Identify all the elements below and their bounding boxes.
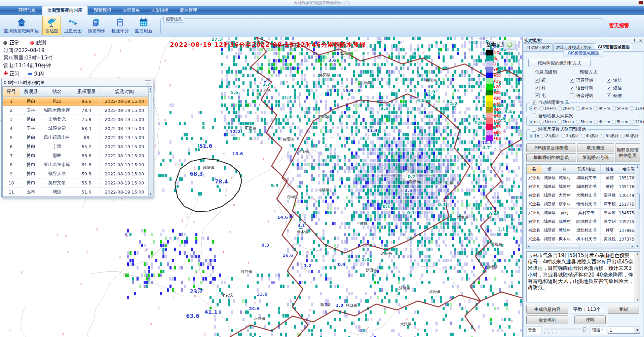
table-row[interactable]: 兴业县城隍镇大西村大西村支书梁泽建130149571 (527, 191, 635, 200)
scroll-up-icon[interactable]: ▲ (637, 165, 638, 169)
checkbox-voice-屯[interactable] (570, 93, 574, 98)
toolbar-button-监测预警靶向叫应[interactable]: 监测预警靶向叫应 (1, 16, 42, 35)
table-row[interactable]: 兴业县城隍镇塘肚村塘肚村支书钟塔137885534 (527, 226, 635, 235)
call-button[interactable]: 呼叫 (574, 315, 606, 324)
speed-select[interactable]: 1 ▼ (608, 327, 640, 334)
rain-col-header[interactable]: 累积雨量 (72, 87, 101, 96)
scroll-left-icon[interactable]: ◀ (527, 245, 530, 248)
radio-rain-2h+m[interactable]: 2h+m (556, 106, 574, 111)
table-row[interactable]: 兴业县城隍镇陈塘村陈塘村支书莫文绍139775796 (527, 217, 635, 226)
table-row[interactable]: 兴业县城隍镇镇南村镇南村支书谭于模151775946 (527, 200, 635, 209)
table-row[interactable]: 7博白那林63.62022-08-19 15:00 (3, 151, 148, 160)
zoom-in-icon[interactable]: + (506, 41, 513, 48)
table-row[interactable]: 兴业县城隍镇枫木村枫木村支书吴以悦137375511 (527, 235, 635, 244)
contact-col-header[interactable]: 姓名 (601, 165, 619, 173)
contact-table-vscrollbar[interactable]: ▲ ▼ (635, 165, 640, 249)
checkbox-sms-镇[interactable] (607, 78, 611, 83)
table-row[interactable]: 4玉林城隍金党68.32022-08-19 15:00 (3, 124, 148, 133)
table-row[interactable]: 兴业县城隍镇莫村莫村支书覃金乾134575405 (527, 209, 635, 217)
radio-forecast-5h累计[interactable]: 5h累计 (599, 133, 619, 139)
contact-col-header[interactable]: 电话号码 (619, 165, 635, 173)
scroll-down-icon[interactable]: ▼ (637, 244, 638, 249)
checkbox-村[interactable] (535, 86, 540, 90)
radio-rain-3h+m[interactable]: 3h+m (574, 106, 592, 111)
contact-col-header[interactable]: 村 (557, 165, 572, 173)
gis-circle-button[interactable]: GIS预警区域圈选 (526, 143, 576, 152)
rain-col-header[interactable]: 序号 (3, 87, 20, 96)
extract-call-informers-button[interactable]: 提取呼叫的信息员 (526, 153, 576, 162)
toolbar-button-卫星云图[interactable]: 卫星云图 (62, 16, 84, 35)
radio-rain-m[interactable]: m (527, 106, 538, 111)
scroll-down-icon[interactable]: ▼ (637, 297, 638, 302)
menu-tab-监测预警靶向叫应[interactable]: 监测预警靶向叫应 (42, 6, 88, 15)
scroll-up-icon[interactable]: ▲ (150, 87, 151, 91)
close-icon[interactable]: ✕ (639, 38, 642, 43)
radio-wind-1h+m[interactable]: 1h+m (538, 120, 556, 124)
message-vscrollbar[interactable]: ▲ ▼ (635, 252, 640, 302)
pin-icon[interactable] (633, 39, 637, 43)
rain-col-header[interactable]: 站名 (42, 87, 72, 96)
table-row[interactable]: 3博白文地姜充75.82022-08-19 15:00 (3, 115, 148, 124)
table-row[interactable]: 10博白英桥文黎55.52022-08-19 15:00 (3, 178, 148, 187)
scroll-right-icon[interactable]: ▶ (631, 245, 635, 248)
checkbox-sms-屯[interactable] (607, 93, 611, 98)
menu-tab-环境气象[interactable]: 环境气象 (13, 6, 41, 15)
rain-table-vscrollbar[interactable]: ▲ ▼ (148, 87, 152, 197)
table-row[interactable]: 11玉林城隍51.62022-08-19 15:00 (3, 187, 148, 197)
radio-wind-2h+m[interactable]: 2h+m (556, 120, 574, 124)
radio-rain-1h+m[interactable]: 1h+m (538, 106, 556, 111)
scroll-down-icon[interactable]: ▼ (150, 192, 151, 197)
radio-forecast-4h累计[interactable]: 4h累计 (579, 133, 599, 139)
contact-col-header[interactable]: 职务/地址 (572, 165, 601, 173)
rain-col-header[interactable]: 观测时间 (101, 87, 148, 96)
radio-wind-12h+m[interactable]: 12h+m (628, 120, 644, 124)
contact-col-header[interactable]: 镇 (542, 165, 557, 173)
table-row[interactable]: 兴业县城隍镇城隍村城隍村支书黄铸135176975 (527, 182, 635, 191)
slider-thumb[interactable] (583, 327, 586, 332)
checkbox-voice-镇[interactable] (570, 78, 574, 83)
menu-tab-预警预报[interactable]: 预警预报 (89, 6, 116, 15)
radio-wind-4h+m[interactable]: 4h+m (592, 120, 610, 124)
volume-slider[interactable] (544, 327, 589, 334)
scroll-thumb[interactable] (556, 245, 579, 248)
copy-call-numbers-button[interactable]: 复制呼叫号码 (577, 153, 614, 162)
voice-preview-button[interactable]: 语音试听 (526, 315, 568, 324)
toolbar-button-检验评分[interactable]: 检验评分 (109, 16, 131, 35)
panel-tab-自动站+雷达[interactable]: 自动站+雷达 (524, 43, 553, 51)
radio-forecast-2h累计[interactable]: 2h累计 (539, 133, 559, 139)
table-row[interactable]: 9博白顿谷大塘59.32022-08-19 15:00 (3, 169, 148, 178)
table-row[interactable]: 1博白凤山86.62022-08-19 15:00 (3, 97, 148, 106)
radio-rain-12h+m[interactable]: 12h+m (628, 106, 644, 111)
radio-rain-4h+m[interactable]: 4h+m (592, 106, 610, 111)
radio-forecast-1h[interactable]: 1h (527, 134, 539, 138)
rain-col-header[interactable]: 所属县 (20, 87, 42, 96)
radio-wind-5h+m[interactable]: 5h+m (610, 120, 628, 124)
contact-table-hscrollbar[interactable]: ◀ ▶ (527, 244, 635, 249)
toolbar-button-雷达图[interactable]: 雷达图 (42, 16, 61, 35)
toolbar-button-监控刷新[interactable]: 监控刷新 (132, 16, 155, 35)
table-row[interactable]: 8博白亚山温罗水库61.62022-08-19 15:00 (3, 160, 148, 169)
menu-tab-决策服务[interactable]: 决策服务 (117, 6, 145, 15)
convective-forecast-checkbox[interactable] (532, 127, 536, 132)
radio-forecast-6h累计[interactable]: 6h累计 (619, 133, 639, 139)
checkbox-voice-村[interactable] (570, 86, 574, 90)
corner-red-indicator[interactable] (639, 1, 643, 4)
auto-rain-checkbox[interactable] (532, 100, 536, 105)
table-row[interactable]: 兴业县城隍镇城隍村城隍村支书黄铸135176975 (527, 174, 635, 182)
scroll-thumb[interactable] (636, 194, 640, 209)
rain-table-window[interactable]: 03时~15时累积雨量 ✕ 序号所属县站名累积雨量观测时间1博白凤山86.620… (1, 78, 153, 198)
copy-message-button[interactable]: 复制 (608, 305, 639, 314)
checkbox-镇[interactable] (535, 78, 540, 83)
auto-wind-checkbox[interactable] (532, 114, 536, 118)
radio-rain-5h+m[interactable]: 5h+m (610, 106, 628, 111)
generate-message-button[interactable]: 生成信息内容 (526, 305, 568, 314)
rain-table-titlebar[interactable]: 03时~15时累积雨量 ✕ (2, 79, 152, 86)
checkbox-屯[interactable] (535, 93, 540, 98)
table-row[interactable]: 2玉林城隍大西水库78.42022-08-19 15:00 (3, 106, 148, 115)
radio-forecast-3h累计[interactable]: 3h累计 (559, 133, 579, 139)
radar-map[interactable]: 2022-08-19 12时36分至2022-08-19 12时46分累积降水预… (0, 37, 522, 337)
extract-sms-informers-button[interactable]: 提取发短信的信息员 (615, 143, 640, 162)
radio-wind-m[interactable]: m (527, 120, 538, 124)
menu-tab-后台管理[interactable]: 后台管理 (175, 6, 202, 15)
level-mode-button[interactable]: 靶向叫应的级别和方式 (528, 59, 591, 67)
